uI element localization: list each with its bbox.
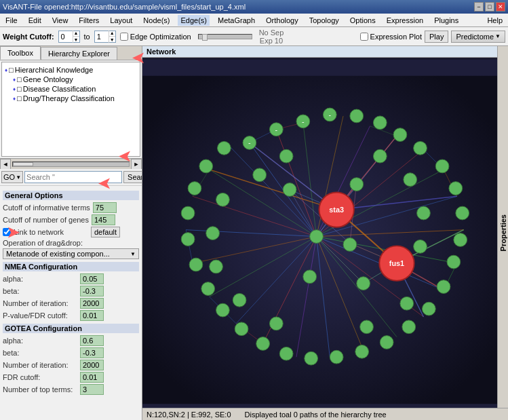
svg-point-97 xyxy=(233,293,246,307)
predictome-dropdown-icon[interactable]: ▼ xyxy=(495,33,501,39)
svg-point-105 xyxy=(343,238,357,252)
weight-to-down[interactable]: ▼ xyxy=(109,37,115,43)
scroll-thumb[interactable] xyxy=(13,162,33,166)
nmea-alpha: alpha: 0.05 xyxy=(3,273,139,284)
tree-item-drug[interactable]: ♦ □ Drug/Therapy Classification xyxy=(5,94,137,103)
option-gene-count: Cutoff of number of genes 145 xyxy=(3,214,139,225)
menu-options[interactable]: Options xyxy=(347,15,378,26)
gotea-fdr-label: FDR cutoff: xyxy=(3,373,77,381)
weight-from-up[interactable]: ▲ xyxy=(73,31,79,37)
scroll-right-btn[interactable]: ► xyxy=(131,159,142,170)
tree-item-label-disease: Disease Classification xyxy=(23,85,96,93)
tree-item-label-go: Gene Ontology xyxy=(23,75,73,83)
menu-filters[interactable]: Filters xyxy=(76,15,102,26)
svg-point-98 xyxy=(210,260,223,273)
menu-edges[interactable]: Edge(s) xyxy=(178,15,210,26)
svg-point-71 xyxy=(422,302,435,316)
toolbar: Weight Cutoff: 0 ▲ ▼ to 1 ▲ ▼ Edge Optim… xyxy=(0,27,508,46)
svg-point-104 xyxy=(357,277,370,290)
tree-expand-icon: ♦ xyxy=(5,67,7,73)
nmea-pvalue-value: 0.01 xyxy=(80,310,104,321)
close-button[interactable]: ✕ xyxy=(496,2,505,12)
menu-orthology[interactable]: Orthology xyxy=(263,15,301,26)
link-network-checkbox[interactable] xyxy=(3,228,11,236)
svg-point-86 xyxy=(199,159,213,173)
menu-help[interactable]: Help xyxy=(484,15,505,26)
to-label: to xyxy=(84,33,90,41)
svg-point-88 xyxy=(253,168,267,182)
svg-point-100 xyxy=(216,193,230,206)
go-dropdown-icon: ▼ xyxy=(16,174,21,180)
search-button[interactable]: Search xyxy=(123,171,142,183)
svg-point-89 xyxy=(279,149,293,163)
properties-label: Properties xyxy=(499,214,507,251)
play-area: Expression Plot Play Predictome ▼ xyxy=(360,31,505,43)
tree-expand-icon-disease: ♦ xyxy=(13,86,16,92)
edge-optimization-checkbox[interactable] xyxy=(120,33,128,41)
exp-label: Exp 10 xyxy=(260,37,283,45)
menu-nodes[interactable]: Node(s) xyxy=(140,15,172,26)
metanode-dropdown-icon: ▼ xyxy=(130,251,136,257)
status-right: Displayed toal 0 paths of the hierarchy … xyxy=(245,411,387,419)
folder-icon-drug: □ xyxy=(17,94,22,102)
window-title: VisANT-File opened:http://visantbu.edu/s… xyxy=(3,3,246,11)
minimize-button[interactable]: − xyxy=(474,2,484,12)
tree-item-hierarchical[interactable]: ♦ □ Hierarchical Knowledge xyxy=(5,65,137,75)
edge-optimization-row: Edge Optimization xyxy=(120,33,191,41)
tab-hierarchy-explorer[interactable]: Hierarchy Explorer xyxy=(41,47,117,60)
gotea-fdr: FDR cutoff: 0.01 xyxy=(3,372,139,383)
toolbox-header: Toolbox Hierarchy Explorer xyxy=(0,46,142,60)
svg-point-99 xyxy=(206,227,220,240)
play-button[interactable]: Play xyxy=(425,31,448,43)
search-input[interactable] xyxy=(24,171,122,183)
menu-metagraph[interactable]: MetaGraph xyxy=(215,15,258,26)
nmea-alpha-value: 0.05 xyxy=(80,273,104,284)
gotea-title: GOTEA Configuration xyxy=(3,324,139,333)
right-panel: Network xyxy=(142,46,508,420)
predictome-button[interactable]: Predictome ▼ xyxy=(451,31,505,43)
gotea-iterations-value: 2000 xyxy=(80,360,104,370)
nmea-beta-label: beta: xyxy=(3,287,77,295)
folder-icon-go: □ xyxy=(17,75,22,83)
maximize-button[interactable]: □ xyxy=(485,2,494,12)
menu-expression[interactable]: Expression xyxy=(384,15,426,26)
svg-point-75 xyxy=(330,350,343,364)
menu-plugins[interactable]: Plugins xyxy=(431,15,461,26)
tree-scrollbar[interactable]: ◄ ► xyxy=(0,158,142,169)
weight-to-up[interactable]: ▲ xyxy=(109,31,115,37)
default-button[interactable]: default xyxy=(91,227,120,237)
svg-point-77 xyxy=(279,347,293,360)
no-sep-slider[interactable] xyxy=(198,34,252,39)
scroll-track[interactable] xyxy=(12,161,130,167)
nmea-alpha-label: alpha: xyxy=(3,275,77,283)
svg-point-91 xyxy=(404,173,417,187)
svg-point-79 xyxy=(235,322,248,336)
scroll-left-btn[interactable]: ◄ xyxy=(0,159,11,170)
go-dropdown[interactable]: GO ▼ xyxy=(1,171,23,183)
gotea-beta-value: -0.3 xyxy=(80,347,104,358)
svg-point-94 xyxy=(400,297,414,310)
svg-point-76 xyxy=(305,351,318,365)
nmea-pvalue: P-value/FDR cutoff: 0.01 xyxy=(3,310,139,321)
menu-edit[interactable]: Edit xyxy=(26,15,44,26)
svg-point-93 xyxy=(414,240,427,254)
tree-area[interactable]: ♦ □ Hierarchical Knowledge ♦ □ Gene Onto… xyxy=(1,62,140,157)
properties-sidebar[interactable]: Properties xyxy=(497,46,508,420)
folder-icon: □ xyxy=(9,66,14,74)
menu-file[interactable]: File xyxy=(3,15,20,26)
metanode-dropdown[interactable]: Metanode of existing compon... ▼ xyxy=(3,248,139,259)
no-sep-label: No Sep xyxy=(259,28,284,37)
tree-item-gene-ontology[interactable]: ♦ □ Gene Ontology xyxy=(5,75,137,84)
svg-point-80 xyxy=(216,303,230,317)
weight-from-down[interactable]: ▼ xyxy=(73,37,79,43)
left-panel: Toolbox Hierarchy Explorer ♦ □ Hierarchi… xyxy=(0,46,142,420)
menu-view[interactable]: View xyxy=(50,15,71,26)
tab-toolbox[interactable]: Toolbox xyxy=(0,46,41,60)
network-canvas: - - - - xyxy=(142,60,497,420)
menu-layout[interactable]: Layout xyxy=(107,15,135,26)
menu-topology[interactable]: Topology xyxy=(307,15,342,26)
tree-item-disease[interactable]: ♦ □ Disease Classification xyxy=(5,84,137,94)
expression-plot-checkbox[interactable] xyxy=(360,33,368,41)
nmea-iterations-value: 2000 xyxy=(80,298,104,309)
nmea-pvalue-label: P-value/FDR cutoff: xyxy=(3,311,77,320)
